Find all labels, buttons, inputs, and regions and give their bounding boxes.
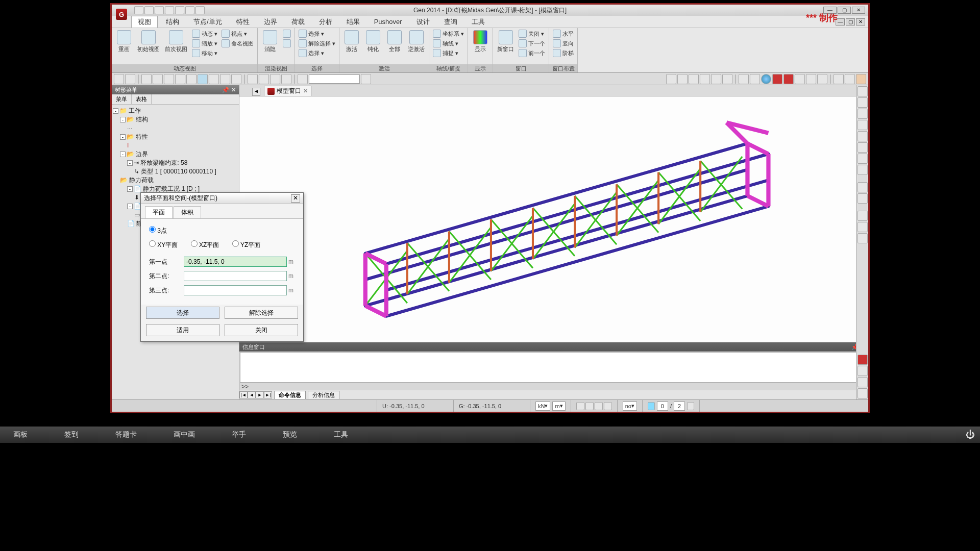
tb-red2[interactable] <box>783 74 794 84</box>
tb-r5[interactable] <box>711 74 721 84</box>
new-window-button[interactable]: 新窗口 <box>495 29 516 54</box>
named-view-button[interactable]: 命名视图 <box>220 39 255 48</box>
snap-button[interactable]: 捕捉 ▾ <box>431 48 465 58</box>
rt-zoomfit-icon[interactable] <box>857 131 868 141</box>
rt-iso-icon[interactable] <box>857 86 868 96</box>
info-nav-prev[interactable]: ◄ <box>248 391 256 398</box>
tb-sel6[interactable] <box>198 74 208 84</box>
menu-property[interactable]: 特性 <box>230 16 256 28</box>
tb-nav1[interactable] <box>209 74 219 84</box>
info-nav-last[interactable]: ►| <box>264 391 272 398</box>
sb-b1[interactable] <box>576 402 584 410</box>
rt-red-icon[interactable] <box>857 355 868 365</box>
tree-tab-menu[interactable]: 菜单 <box>112 94 132 104</box>
rt-x-icon[interactable] <box>857 211 868 221</box>
next-window-button[interactable]: 下一个 <box>517 39 547 48</box>
tb-lock[interactable] <box>856 74 866 84</box>
tb-sel5[interactable] <box>186 74 197 84</box>
rt-top-icon[interactable] <box>857 109 868 119</box>
vc-signin[interactable]: 签到 <box>56 428 87 441</box>
doctab-close-icon[interactable]: ✕ <box>303 88 308 94</box>
tb-r13[interactable] <box>845 74 855 84</box>
qat-saveall-icon[interactable] <box>165 6 174 14</box>
tb-r9[interactable] <box>795 74 805 84</box>
tb-r3[interactable] <box>689 74 699 84</box>
inverse-button[interactable]: 逆激活 <box>406 29 427 54</box>
tb-r10[interactable] <box>806 74 816 84</box>
doctab-model[interactable]: 模型窗口 ✕ <box>264 86 311 96</box>
mdi-close[interactable]: ✕ <box>856 18 865 26</box>
radio-yz[interactable]: YZ平面 <box>232 241 261 248</box>
point1-input[interactable] <box>184 257 287 267</box>
menu-load[interactable]: 荷载 <box>285 16 311 28</box>
dialog-apply-button[interactable]: 适用 <box>146 324 219 336</box>
doctab-nav-left[interactable]: ◄ <box>252 88 260 96</box>
rt-front-icon[interactable] <box>857 97 868 108</box>
point3-input[interactable] <box>184 285 287 295</box>
viewpoint-button[interactable]: 视点 ▾ <box>220 29 255 38</box>
tb-r6[interactable] <box>722 74 732 84</box>
rt-zoomwin-icon[interactable] <box>857 165 868 175</box>
video-control-bar[interactable]: 画板 签到 答题卡 画中画 举手 预览 工具 ⏻ <box>0 427 980 443</box>
unselect-button[interactable]: 解除选择 ▾ <box>297 39 337 48</box>
prev-window-button[interactable]: 前一个 <box>517 48 547 58</box>
filter-combo[interactable] <box>309 74 360 84</box>
sb-b2[interactable] <box>585 402 594 410</box>
tb-r1[interactable] <box>666 74 676 84</box>
render-opt2[interactable] <box>281 39 292 48</box>
dialog-tab-volume[interactable]: 体积 <box>174 206 201 218</box>
tb-f1[interactable] <box>361 74 371 84</box>
page-b[interactable]: 2 <box>674 402 685 411</box>
pan-button[interactable]: 移动 ▾ <box>190 48 219 58</box>
page-next[interactable] <box>687 402 694 410</box>
all-button[interactable]: 全部 <box>384 29 405 54</box>
tb-r12[interactable] <box>834 74 844 84</box>
dialog-titlebar[interactable]: 选择平面和空间-(模型窗口) ✕ <box>141 193 303 204</box>
sb-b3[interactable] <box>595 402 603 410</box>
qat-new-icon[interactable] <box>134 6 143 14</box>
render-opt1[interactable] <box>281 29 292 38</box>
tb-r2[interactable] <box>677 74 688 84</box>
menu-pushover[interactable]: Pushover <box>368 17 408 27</box>
menu-node[interactable]: 节点/单元 <box>187 16 228 28</box>
unit-force-combo[interactable]: kN ▾ <box>535 402 550 411</box>
page-a[interactable]: 0 <box>657 402 668 411</box>
qat-open-icon[interactable] <box>144 6 154 14</box>
rt-misc2-icon[interactable] <box>857 377 868 387</box>
prev-view-button[interactable]: 前次视图 <box>163 29 189 54</box>
tb-r4[interactable] <box>700 74 710 84</box>
tree-tab-table[interactable]: 表格 <box>132 94 152 104</box>
close-window-button[interactable]: 关闭 ▾ <box>517 29 547 38</box>
close-button[interactable]: ✕ <box>852 7 865 14</box>
tb-sel2[interactable] <box>153 74 163 84</box>
pin-icon[interactable]: 📌 <box>222 87 229 93</box>
power-icon[interactable]: ⏻ <box>966 430 975 440</box>
display-button[interactable]: 显示 <box>470 29 491 54</box>
app-icon[interactable]: G <box>116 9 127 20</box>
info-nav-next[interactable]: ► <box>256 391 264 398</box>
qat-dropdown-icon[interactable] <box>195 6 205 14</box>
radio-xz[interactable]: XZ平面 <box>191 241 219 248</box>
hide-button[interactable]: 消隐 <box>260 29 280 54</box>
rt-pan-icon[interactable] <box>857 182 868 192</box>
rt-side-icon[interactable] <box>857 120 868 130</box>
vc-quiz[interactable]: 答题卡 <box>107 428 145 441</box>
tb-a2[interactable] <box>259 74 269 84</box>
menu-tool[interactable]: 工具 <box>465 16 491 28</box>
vc-board[interactable]: 画板 <box>5 428 36 441</box>
radio-3pt[interactable]: 3点 <box>149 227 167 234</box>
menu-view[interactable]: 视图 <box>131 16 158 28</box>
dialog-select-button[interactable]: 选择 <box>146 307 219 319</box>
dynamic-view-button[interactable]: 动态 ▾ <box>190 29 219 38</box>
info-tab-analysis[interactable]: 分析信息 <box>308 391 339 399</box>
dialog-unselect-button[interactable]: 解除选择 <box>225 307 298 319</box>
grid-button[interactable]: 轴线 ▾ <box>431 39 465 48</box>
rt-misc1-icon[interactable] <box>857 366 868 376</box>
tb-sel4[interactable] <box>175 74 185 84</box>
menu-structure[interactable]: 结构 <box>160 16 185 28</box>
activate-button[interactable]: 激活 <box>341 29 362 54</box>
vc-pip[interactable]: 画中画 <box>165 428 203 441</box>
rt-zoomin-icon[interactable] <box>857 142 868 153</box>
zoom-button[interactable]: 缩放 ▾ <box>190 39 219 48</box>
initial-view-button[interactable]: 初始视图 <box>135 29 162 54</box>
